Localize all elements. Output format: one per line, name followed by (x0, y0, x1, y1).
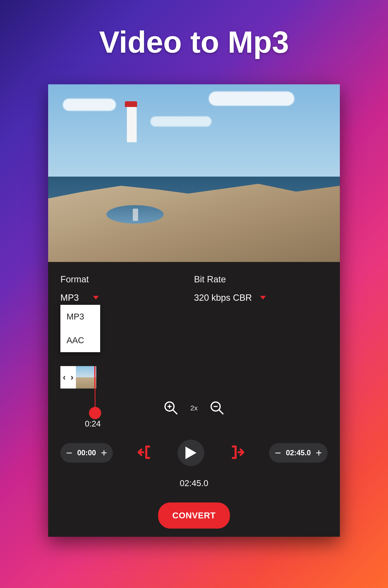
format-option-mp3[interactable]: MP3 (60, 305, 100, 329)
svg-line-1 (173, 410, 177, 414)
chevron-down-icon (93, 296, 99, 300)
page-title: Video to Mp3 (99, 25, 289, 60)
app-panel: Format MP3 MP3 AAC Bit Rate 320 kbps CBR (48, 84, 340, 537)
convert-button[interactable]: CONVERT (158, 502, 230, 529)
timeline-next-button[interactable]: › (68, 366, 76, 388)
start-time-control: − 00:00 + (60, 443, 113, 463)
format-select[interactable]: MP3 (60, 293, 194, 303)
chevron-down-icon (260, 296, 266, 300)
end-increase-button[interactable]: + (316, 448, 322, 458)
video-preview[interactable] (48, 84, 340, 262)
playhead-indicator[interactable] (94, 366, 96, 388)
format-dropdown: MP3 AAC (60, 305, 100, 352)
end-time-control: − 02:45.0 + (269, 443, 328, 463)
start-decrease-button[interactable]: − (66, 448, 72, 458)
timeline[interactable]: ‹ › (60, 366, 328, 388)
total-duration: 02:45.0 (60, 478, 328, 488)
end-time: 02:45.0 (286, 449, 311, 457)
zoom-in-button[interactable] (164, 401, 178, 415)
start-time: 00:00 (77, 449, 96, 457)
set-start-button[interactable] (137, 444, 153, 461)
format-option-aac[interactable]: AAC (60, 329, 100, 352)
play-icon (185, 447, 196, 459)
end-decrease-button[interactable]: − (275, 448, 281, 458)
format-label: Format (60, 274, 194, 284)
bitrate-value: 320 kbps CBR (194, 293, 252, 303)
set-end-button[interactable] (229, 444, 244, 461)
format-value: MP3 (60, 293, 79, 303)
start-increase-button[interactable]: + (101, 448, 107, 458)
bitrate-label: Bit Rate (194, 274, 328, 284)
playhead-time: 0:24 (85, 419, 101, 428)
zoom-level: 2x (190, 404, 198, 412)
svg-line-5 (219, 410, 223, 414)
zoom-out-button[interactable] (210, 401, 224, 415)
play-button[interactable] (178, 439, 204, 466)
timeline-prev-button[interactable]: ‹ (60, 366, 68, 388)
bitrate-select[interactable]: 320 kbps CBR (194, 293, 328, 303)
timeline-thumb (76, 366, 96, 388)
